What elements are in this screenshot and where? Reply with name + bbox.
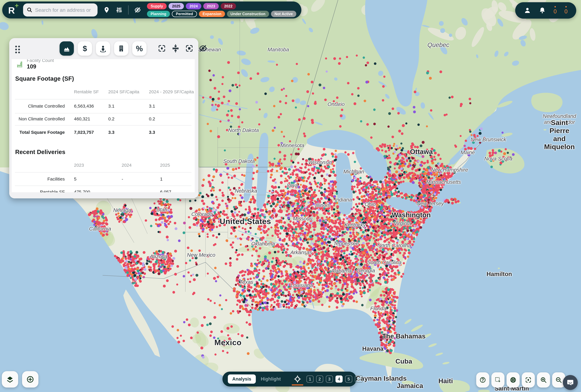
layers-icon: [6, 375, 14, 383]
row-value: 0.2: [149, 116, 155, 121]
marquee-select-icon: [494, 377, 501, 383]
globe-icon: [510, 377, 516, 383]
bottom-left-controls: [2, 371, 38, 388]
eye-off-icon[interactable]: [199, 44, 207, 53]
row-value: 5: [74, 176, 76, 182]
row-label: Climate Controlled: [15, 104, 65, 109]
factory-icon: [16, 60, 24, 68]
scan-dot-icon[interactable]: [158, 44, 166, 53]
search-input[interactable]: [35, 7, 94, 13]
filter-pill-2024[interactable]: 2024: [186, 3, 201, 9]
row-value: 475,700: [74, 189, 90, 192]
filter-pills: Supply2025202420232022 PlanningPermitted…: [147, 3, 296, 17]
filter-pill-planning[interactable]: Planning: [147, 11, 170, 17]
column-header: 2024 - 2029 SF/Capita: [149, 89, 194, 94]
row-value: 3.1: [149, 104, 155, 109]
panel-toolbar-aux: [158, 44, 207, 53]
analysis-panel: $% Facility Count 109 Square Footage (SF…: [9, 38, 198, 198]
bottom-toolbar: Analysis Highlight 1234510: [222, 372, 356, 387]
filter-pill-under-construction[interactable]: Under Construction: [227, 11, 269, 17]
radius-target-button[interactable]: [294, 372, 301, 387]
radius-option-4[interactable]: 4: [336, 376, 342, 383]
filter-pill-permitted[interactable]: Permitted: [172, 11, 197, 17]
radius-option-5[interactable]: 5: [345, 376, 352, 383]
credit-counter-2[interactable]: 0: [564, 6, 568, 15]
filter-pills-row-1: Supply2025202420232022: [147, 3, 296, 9]
column-header: 2024: [122, 163, 132, 168]
target-active-underline: [292, 385, 303, 386]
center-focus-icon: [525, 377, 532, 383]
radius-option-1[interactable]: 1: [306, 376, 314, 383]
row-value: 6,563,436: [74, 104, 94, 109]
panel-tool-dollar-button[interactable]: $: [78, 41, 92, 56]
counter-dot: [565, 6, 567, 7]
eye-off-icon[interactable]: [134, 6, 141, 13]
top-header-bar: R+ Supply2025202420232022 PlanningPermit…: [2, 1, 301, 18]
row-value: 3.1: [108, 104, 114, 109]
filter-pill-2023[interactable]: 2023: [203, 3, 219, 9]
mode-analysis-button[interactable]: Analysis: [228, 375, 256, 384]
filter-pills-row-2: PlanningPermittedExpansionUnder Construc…: [147, 11, 296, 17]
section-title: Square Footage (SF): [15, 75, 74, 82]
collapse-vertical-icon[interactable]: [171, 44, 180, 53]
column-header: 2023: [74, 163, 84, 168]
panel-tool-chart-button[interactable]: [60, 41, 74, 56]
search-box[interactable]: [23, 3, 98, 16]
filter-sliders-icon[interactable]: [116, 6, 122, 13]
column-header: Rentable SF: [74, 89, 99, 94]
user-icon[interactable]: [524, 7, 531, 14]
add-button[interactable]: [22, 371, 38, 388]
filter-pill-2022[interactable]: 2022: [221, 3, 236, 9]
filter-pill-expansion[interactable]: Expansion: [199, 11, 225, 17]
header-divider: [128, 5, 128, 14]
filter-pill-2025[interactable]: 2025: [168, 3, 184, 9]
zoom-out-icon: [555, 377, 562, 383]
layers-button[interactable]: [2, 371, 18, 388]
zoom-in-button[interactable]: [537, 372, 550, 388]
radius-option-10[interactable]: 10: [355, 376, 363, 383]
radius-options: 1234510: [306, 376, 363, 383]
table-divider: [15, 125, 192, 125]
column-header: 2024 SF/Capita: [108, 89, 139, 94]
plus-circle-icon: [26, 375, 34, 383]
facility-count-value: 109: [27, 63, 36, 70]
account-bar: 0 0: [515, 2, 576, 18]
filter-pill-supply[interactable]: Supply: [147, 3, 166, 9]
row-label: Rentable SF: [15, 189, 65, 192]
filter-pill-not-active[interactable]: Not Active: [271, 11, 296, 17]
facility-count-label: Facility Count: [27, 59, 54, 63]
panel-tool-building-button[interactable]: [114, 41, 128, 56]
row-label: Facilities: [15, 176, 65, 182]
table-divider: [15, 113, 192, 113]
panel-tool-person-pin-button[interactable]: [96, 41, 110, 56]
location-pin-icon[interactable]: [103, 6, 110, 13]
row-value: 3.3: [108, 130, 114, 135]
bottom-right-controls: [476, 372, 565, 388]
messenger-button[interactable]: [563, 375, 578, 390]
table-divider: [15, 99, 192, 99]
search-icon: [27, 7, 32, 13]
mode-highlight-button[interactable]: Highlight: [261, 376, 281, 382]
help-button[interactable]: [476, 372, 489, 388]
radius-option-2[interactable]: 2: [316, 376, 323, 383]
logo-plus: +: [15, 2, 18, 9]
center-focus-button[interactable]: [522, 372, 535, 388]
bell-icon[interactable]: [539, 7, 546, 14]
expand-frame-icon[interactable]: [185, 44, 194, 53]
section-title: Recent Deliveries: [15, 149, 65, 155]
panel-toolbar: $%: [60, 41, 146, 56]
counter-value: 0: [564, 8, 568, 15]
row-value: -: [122, 176, 123, 182]
drag-handle-icon[interactable]: [13, 45, 22, 55]
row-value: 6,057: [160, 189, 171, 192]
panel-tool-percent-button[interactable]: %: [132, 41, 146, 56]
panel-content[interactable]: Facility Count 109 Square Footage (SF)Re…: [12, 59, 195, 192]
counter-dot: [554, 6, 556, 7]
panel-footer: [9, 192, 198, 198]
credit-counter-1[interactable]: 0: [554, 6, 557, 15]
radius-option-3[interactable]: 3: [326, 376, 333, 383]
globe-button[interactable]: [506, 372, 520, 388]
row-value: 0.2: [108, 116, 114, 121]
marquee-select-button[interactable]: [491, 372, 504, 388]
app-logo[interactable]: R+: [8, 4, 18, 16]
